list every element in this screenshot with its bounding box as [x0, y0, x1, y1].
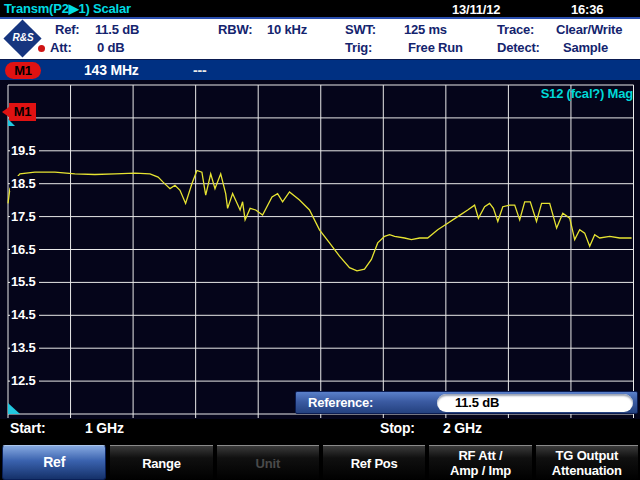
trig-value: Free Run: [408, 40, 463, 55]
date-display: 13/11/12: [452, 2, 500, 17]
stop-freq-value: 2 GHz: [443, 420, 482, 436]
y-axis-tick-label: 16.5: [10, 242, 39, 257]
y-axis-tick-label: 17.5: [10, 209, 39, 224]
trace-start-triangle-icon: [8, 119, 15, 126]
trig-label: Trig:: [345, 40, 372, 55]
stop-freq-label: Stop:: [380, 420, 415, 436]
softkey-ref-pos[interactable]: Ref Pos: [323, 445, 425, 480]
marker-value: ---: [193, 62, 206, 78]
y-axis-tick-label: 19.5: [10, 143, 39, 158]
detect-label: Detect:: [497, 40, 540, 55]
measurement-title: Transm(P2▶1) Scalar: [4, 1, 131, 16]
marker-bar: M1 143 MHz ---: [0, 59, 640, 80]
instrument-screen: Transm(P2▶1) Scalar 13/11/12 16:36 R&S R…: [0, 0, 640, 480]
y-axis-tick-label: 14.5: [10, 307, 39, 322]
softkey-bar: Ref Range Unit Ref Pos RF Att /Amp / Imp…: [0, 444, 640, 480]
softkey-ref[interactable]: Ref: [2, 445, 106, 480]
start-freq-value: 1 GHz: [85, 420, 124, 436]
softkey-range[interactable]: Range: [110, 445, 212, 480]
ref-value: 11.5 dB: [95, 22, 139, 37]
reference-input-value: 11.5 dB: [455, 395, 499, 410]
att-indicator-dot: [38, 45, 45, 52]
softkey-tg-output-attenuation[interactable]: TG OutputAttenuation: [536, 445, 638, 480]
detect-value: Sample: [563, 40, 608, 55]
marker-frequency: 143 MHz: [84, 62, 139, 78]
swt-label: SWT:: [345, 22, 376, 37]
grid-lines: [8, 85, 634, 418]
ref-label: Ref:: [55, 22, 79, 37]
start-freq-label: Start:: [10, 420, 45, 436]
time-display: 16:36: [571, 2, 603, 17]
trace-mode-label: S12 (fcal?) Mag: [470, 86, 633, 101]
rs-logo: R&S: [5, 21, 41, 57]
att-label: Att:: [50, 40, 72, 55]
y-axis-tick-label: 12.5: [10, 373, 39, 388]
trace-label: Trace:: [497, 22, 534, 37]
settings-header: R&S Ref: 11.5 dB Att: 0 dB RBW: 10 kHz S…: [0, 19, 640, 59]
swt-value: 125 ms: [404, 22, 447, 37]
reference-entry-bar: Reference: 11.5 dB: [295, 391, 638, 414]
title-bar: Transm(P2▶1) Scalar 13/11/12 16:36: [0, 0, 640, 17]
att-value: 0 dB: [97, 40, 124, 55]
reference-entry-label: Reference:: [308, 395, 373, 410]
trace-s12: [8, 171, 632, 271]
reference-input[interactable]: 11.5 dB: [437, 394, 633, 412]
marker-offscreen-arrow-icon: [2, 107, 9, 117]
softkey-unit[interactable]: Unit: [217, 445, 319, 480]
rbw-value: 10 kHz: [267, 22, 307, 37]
marker-m1-badge: M1: [5, 62, 41, 79]
y-axis-tick-label: 18.5: [10, 176, 39, 191]
chart-background: [0, 80, 640, 419]
trace-value: Clear/Write: [556, 22, 622, 37]
rbw-label: RBW:: [218, 22, 252, 37]
y-axis-tick-label: 13.5: [10, 340, 39, 355]
reference-position-triangle-icon: [8, 403, 20, 414]
y-axis-tick-label: 15.5: [10, 274, 39, 289]
rs-logo-text: R&S: [5, 32, 41, 43]
softkey-rf-att-amp-imp[interactable]: RF Att /Amp / Imp: [429, 445, 531, 480]
